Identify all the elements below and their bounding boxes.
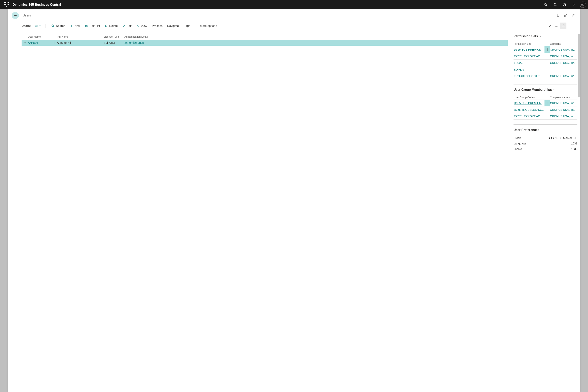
company-name-link[interactable]: CRONUS USA, Inc. — [550, 108, 578, 111]
user-groups-header[interactable]: User Group Memberships — [514, 88, 578, 92]
col-permission-set[interactable]: Permission Set — [514, 42, 544, 45]
search-action[interactable]: Search — [49, 22, 68, 30]
user-preferences-header: User Preferences — [514, 128, 578, 132]
col-auth-email[interactable]: Authentication Email — [124, 35, 508, 38]
svg-point-34 — [547, 103, 548, 103]
help-icon[interactable] — [569, 0, 578, 10]
filter-pane-icon[interactable] — [546, 22, 553, 29]
svg-marker-19 — [548, 25, 551, 27]
edit-list-label: Edit List — [90, 24, 100, 28]
bookmark-icon[interactable] — [555, 12, 561, 18]
col-user-name[interactable]: User Name — [28, 35, 51, 38]
page-menu[interactable]: Page — [181, 22, 193, 30]
col-full-name[interactable]: Full Name — [57, 35, 104, 38]
company-link[interactable]: CRONUS USA, Inc. — [550, 48, 578, 51]
svg-point-2 — [564, 4, 565, 5]
back-button[interactable] — [12, 12, 19, 19]
scrollbar[interactable] — [578, 34, 580, 98]
company-name-link[interactable]: CRONUS USA, Inc. — [550, 102, 578, 105]
new-label: New — [74, 24, 80, 28]
permission-set-link[interactable]: TROUBLESHOOT TO… — [514, 74, 544, 78]
row-menu-icon[interactable] — [544, 60, 550, 66]
row-menu-icon[interactable] — [544, 53, 550, 60]
row-menu-icon[interactable] — [51, 41, 57, 44]
user-avatar[interactable]: BC — [580, 2, 586, 8]
delete-action[interactable]: Delete — [102, 22, 120, 30]
search-label: Search — [56, 24, 65, 28]
permission-set-row[interactable]: D365 BUS PREMIUMCRONUS USA, Inc. — [514, 46, 578, 53]
list-view-icon[interactable] — [553, 22, 560, 29]
pencil-icon — [122, 24, 125, 27]
permission-set-link[interactable]: SUPER — [514, 68, 544, 71]
svg-point-28 — [54, 42, 54, 43]
col-company[interactable]: Company — [550, 42, 578, 45]
col-license-type[interactable]: License Type — [104, 35, 124, 38]
col-company-name[interactable]: Company Name — [550, 96, 578, 99]
permission-set-row[interactable]: EXCEL EXPORT ACTI…CRONUS USA, Inc. — [514, 53, 578, 60]
edit-list-action[interactable]: Edit List — [83, 22, 102, 30]
permission-sets-header[interactable]: Permission Sets — [514, 34, 578, 38]
factbox-toggle-icon[interactable] — [560, 22, 566, 29]
col-user-group-code[interactable]: User Group Code — [514, 96, 544, 99]
process-menu[interactable]: Process — [150, 22, 165, 30]
svg-point-35 — [547, 104, 548, 104]
navigate-menu[interactable]: Navigate — [165, 22, 181, 30]
user-group-row[interactable]: EXCEL EXPORT ACTIONCRONUS USA, Inc. — [514, 113, 578, 120]
permission-set-link[interactable]: D365 BUS PREMIUM — [514, 48, 544, 51]
factbox-pane: Permission Sets Permission Set Company D… — [514, 34, 580, 392]
new-action[interactable]: New — [68, 22, 83, 30]
preference-value: 1033 — [571, 142, 578, 145]
row-menu-icon[interactable] — [544, 66, 550, 73]
company-link[interactable]: CRONUS USA, Inc. — [550, 74, 578, 78]
svg-line-1 — [546, 5, 547, 6]
action-bar: Users: All Search New Edit List Delete — [22, 22, 566, 30]
row-menu-icon[interactable] — [544, 73, 550, 79]
global-header: Dynamics 365 Business Central BC — [0, 0, 588, 10]
preference-row: Locale1033 — [514, 146, 578, 152]
svg-line-18 — [138, 26, 138, 26]
permission-set-link[interactable]: EXCEL EXPORT ACTI… — [514, 55, 544, 58]
popout-icon[interactable] — [562, 12, 569, 18]
page-header: Users — [8, 10, 580, 22]
preference-label: Locale — [514, 148, 522, 150]
collapse-icon[interactable] — [570, 12, 576, 18]
user-group-row[interactable]: D365 BUS PREMIUMCRONUS USA, Inc. — [514, 100, 578, 106]
notifications-icon[interactable] — [550, 0, 560, 10]
page-title: Users — [23, 14, 31, 17]
navigate-label: Navigate — [167, 24, 179, 28]
view-action[interactable]: View — [134, 22, 150, 30]
user-row[interactable]: ANNEH Annette Hill Full User anneh@cronu… — [22, 40, 508, 46]
user-group-code-link[interactable]: D365 TROUBLESHOOT — [514, 108, 544, 111]
row-menu-icon[interactable] — [544, 46, 550, 53]
permission-set-link[interactable]: LOCAL — [514, 61, 544, 64]
view-filter-all[interactable]: All — [34, 24, 42, 28]
company-link[interactable]: CRONUS USA, Inc. — [550, 61, 578, 64]
user-group-row[interactable]: D365 TROUBLESHOOTCRONUS USA, Inc. — [514, 106, 578, 113]
user-group-code-link[interactable]: D365 BUS PREMIUM — [514, 102, 544, 105]
permission-set-row[interactable]: SUPER — [514, 66, 578, 73]
user-name-link[interactable]: ANNEH — [28, 41, 38, 44]
company-name-link[interactable]: CRONUS USA, Inc. — [550, 115, 578, 118]
license-type-cell: Full User — [104, 41, 124, 44]
svg-point-3 — [574, 6, 574, 6]
settings-icon[interactable] — [560, 0, 569, 10]
user-group-code-link[interactable]: EXCEL EXPORT ACTION — [514, 115, 544, 118]
permission-set-row[interactable]: TROUBLESHOOT TO…CRONUS USA, Inc. — [514, 73, 578, 80]
edit-action[interactable]: Edit — [120, 22, 134, 30]
company-link[interactable]: CRONUS USA, Inc. — [550, 55, 578, 58]
row-menu-icon[interactable] — [544, 106, 550, 113]
row-menu-icon[interactable] — [544, 100, 550, 106]
delete-label: Delete — [109, 24, 118, 28]
permission-set-row[interactable]: LOCALCRONUS USA, Inc. — [514, 60, 578, 66]
more-options[interactable]: More options — [200, 24, 217, 28]
svg-point-7 — [52, 25, 54, 26]
auth-email-link[interactable]: anneh@cronus — [124, 41, 144, 44]
search-icon — [51, 24, 54, 28]
search-icon[interactable] — [541, 0, 550, 10]
svg-rect-16 — [137, 25, 139, 27]
svg-line-6 — [574, 14, 574, 15]
app-launcher-icon[interactable] — [4, 2, 9, 8]
preference-label: Language — [514, 142, 526, 145]
row-menu-icon[interactable] — [544, 113, 550, 119]
svg-point-27 — [54, 42, 54, 42]
